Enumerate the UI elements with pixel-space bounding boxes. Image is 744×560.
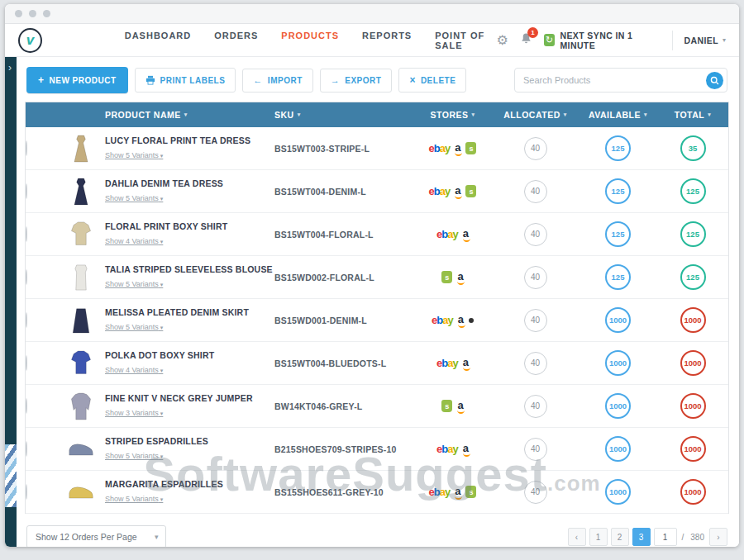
delete-button[interactable]: × DELETE bbox=[398, 68, 466, 93]
delete-icon: × bbox=[409, 75, 416, 85]
header-product-name[interactable]: PRODUCT NAME▾ bbox=[105, 110, 274, 120]
table-row: POLKA DOT BOXY SHIRT Show 4 Variants BS1… bbox=[26, 342, 728, 385]
nav-item-products[interactable]: PRODUCTS bbox=[281, 31, 339, 50]
allocated-badge: 40 bbox=[524, 352, 547, 375]
row-checkbox[interactable] bbox=[26, 269, 27, 285]
user-name: DANIEL bbox=[684, 36, 718, 45]
nav-item-orders[interactable]: ORDERS bbox=[214, 31, 258, 50]
amazon-store-icon: a bbox=[463, 442, 469, 457]
search-button[interactable] bbox=[706, 72, 723, 89]
window-dot[interactable] bbox=[15, 10, 22, 17]
amazon-store-icon: a bbox=[457, 399, 463, 414]
variants-toggle[interactable]: Show 5 Variants bbox=[105, 151, 163, 159]
store-icons: sa bbox=[413, 270, 492, 285]
allocated-badge: 40 bbox=[524, 137, 547, 160]
product-thumbnail[interactable] bbox=[57, 219, 105, 250]
notification-badge: 1 bbox=[527, 27, 538, 38]
user-menu[interactable]: DANIEL ▾ bbox=[684, 36, 727, 45]
prev-page-button[interactable]: ‹ bbox=[568, 528, 586, 546]
variants-toggle[interactable]: Show 4 Variants bbox=[105, 237, 163, 245]
nav-item-point-of-sale[interactable]: POINT OF SALE bbox=[435, 31, 496, 50]
store-icons: ebaya bbox=[413, 227, 492, 242]
plus-icon: + bbox=[38, 74, 45, 86]
gear-icon[interactable]: ⚙ bbox=[497, 34, 508, 47]
product-name[interactable]: FINE KNIT V NECK GREY JUMPER bbox=[105, 393, 274, 404]
product-thumbnail[interactable] bbox=[57, 133, 105, 164]
row-checkbox[interactable] bbox=[26, 312, 27, 328]
next-page-button[interactable]: › bbox=[709, 528, 727, 546]
row-checkbox[interactable] bbox=[26, 441, 27, 457]
header-allocated[interactable]: ALLOCATED▾ bbox=[492, 110, 579, 120]
content-area: › + NEW PRODUCT PRINT LABELS ← IMPORT → bbox=[5, 57, 739, 547]
available-badge: 1000 bbox=[605, 436, 631, 462]
printer-icon bbox=[145, 75, 155, 85]
product-thumbnail[interactable] bbox=[57, 391, 105, 422]
ebay-store-icon: ebay bbox=[429, 142, 451, 154]
product-name[interactable]: LUCY FLORAL PRINT TEA DRESS bbox=[105, 135, 274, 146]
variants-toggle[interactable]: Show 4 Variants bbox=[105, 366, 163, 374]
page-button-1[interactable]: 1 bbox=[589, 528, 608, 546]
per-page-label: Show 12 Orders Per Page bbox=[36, 532, 137, 542]
shopify-store-icon: s bbox=[465, 142, 476, 154]
search-input[interactable] bbox=[514, 68, 727, 93]
variants-toggle[interactable]: Show 5 Variants bbox=[105, 495, 163, 503]
allocated-badge: 40 bbox=[524, 395, 547, 418]
sort-icon: ▾ bbox=[184, 112, 188, 118]
product-name[interactable]: FLORAL PRINT BOXY SHIRT bbox=[105, 221, 274, 232]
sidebar-collapse-strip[interactable]: › bbox=[5, 57, 17, 547]
row-checkbox[interactable] bbox=[26, 226, 27, 242]
chevron-down-icon: ▾ bbox=[723, 36, 726, 44]
product-thumbnail[interactable] bbox=[57, 262, 105, 293]
product-thumbnail[interactable] bbox=[57, 305, 105, 336]
store-icons: ebayas bbox=[413, 141, 492, 156]
product-sku: BW14KT046-GREY-L bbox=[274, 401, 413, 411]
row-checkbox[interactable] bbox=[26, 484, 27, 500]
product-name[interactable]: TALIA STRIPED SLEEVELESS BLOUSE bbox=[105, 264, 274, 275]
expand-sidebar-icon[interactable]: › bbox=[8, 62, 12, 74]
app-logo[interactable]: v bbox=[18, 28, 42, 53]
variants-toggle[interactable]: Show 5 Variants bbox=[105, 194, 163, 202]
nav-item-reports[interactable]: REPORTS bbox=[362, 31, 412, 50]
row-checkbox[interactable] bbox=[26, 183, 27, 199]
window-dot[interactable] bbox=[29, 10, 36, 17]
table-row: STRIPED ESPADRILLES Show 5 Variants B215… bbox=[26, 428, 728, 471]
variants-toggle[interactable]: Show 5 Variants bbox=[105, 280, 163, 288]
product-name[interactable]: STRIPED ESPADRILLES bbox=[105, 436, 274, 447]
product-name[interactable]: MARGARITA ESPADRILLES bbox=[105, 479, 274, 490]
row-checkbox[interactable] bbox=[26, 398, 27, 414]
variants-toggle[interactable]: Show 5 Variants bbox=[105, 323, 163, 331]
header-sku[interactable]: SKU▾ bbox=[274, 110, 413, 120]
header-total[interactable]: TOTAL▾ bbox=[657, 110, 728, 120]
product-thumbnail[interactable] bbox=[57, 176, 105, 207]
app-header: v DASHBOARD ORDERS PRODUCTS REPORTS POIN… bbox=[5, 24, 739, 57]
per-page-select[interactable]: Show 12 Orders Per Page bbox=[26, 525, 166, 547]
header-available[interactable]: AVAILABLE▾ bbox=[579, 110, 657, 120]
page-button-3-active[interactable]: 3 bbox=[632, 528, 651, 546]
next-sync-button[interactable]: ↻ NEXT SYNC IN 1 MINUTE bbox=[544, 31, 673, 50]
window-titlebar bbox=[5, 4, 739, 24]
import-button[interactable]: ← IMPORT bbox=[242, 69, 312, 93]
product-name[interactable]: MELISSA PLEATED DENIM SKIRT bbox=[105, 307, 274, 318]
product-thumbnail[interactable] bbox=[57, 477, 105, 508]
variants-toggle[interactable]: Show 5 Variants bbox=[105, 452, 163, 460]
nav-item-dashboard[interactable]: DASHBOARD bbox=[125, 31, 192, 50]
table-row: LUCY FLORAL PRINT TEA DRESS Show 5 Varia… bbox=[26, 127, 728, 170]
export-button[interactable]: → EXPORT bbox=[320, 69, 393, 93]
header-stores[interactable]: STORES▾ bbox=[413, 110, 492, 120]
page-button-2[interactable]: 2 bbox=[611, 528, 629, 546]
print-labels-button[interactable]: PRINT LABELS bbox=[135, 68, 236, 93]
variants-toggle[interactable]: Show 3 Variants bbox=[105, 409, 163, 417]
product-thumbnail[interactable] bbox=[57, 348, 105, 379]
product-thumbnail[interactable] bbox=[57, 434, 105, 465]
window-dot[interactable] bbox=[43, 10, 50, 17]
notifications-button[interactable]: 1 bbox=[520, 32, 532, 48]
new-product-button[interactable]: + NEW PRODUCT bbox=[26, 67, 128, 93]
row-checkbox[interactable] bbox=[26, 355, 27, 371]
product-name[interactable]: POLKA DOT BOXY SHIRT bbox=[105, 350, 274, 361]
total-badge: 1000 bbox=[680, 350, 706, 376]
available-badge: 125 bbox=[605, 135, 631, 161]
page-input[interactable] bbox=[654, 528, 677, 546]
header-product-name-label: PRODUCT NAME bbox=[105, 110, 181, 120]
product-name[interactable]: DAHLIA DENIM TEA DRESS bbox=[105, 178, 274, 189]
row-checkbox[interactable] bbox=[26, 140, 27, 156]
